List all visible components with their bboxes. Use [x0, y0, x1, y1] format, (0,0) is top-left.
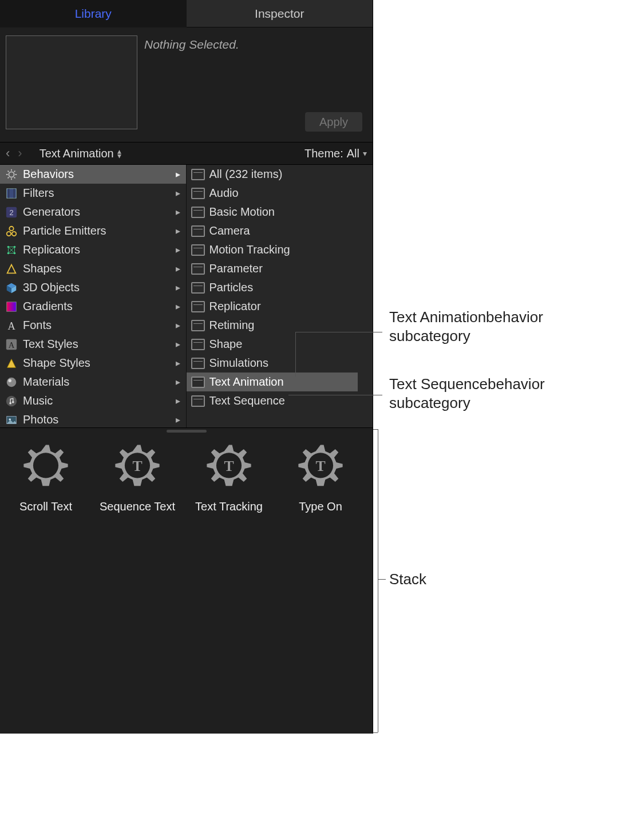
- svg-text:T: T: [315, 458, 325, 474]
- gear-t-icon: T: [294, 442, 347, 494]
- subcategory-label: Camera: [209, 224, 369, 237]
- cube-icon: [5, 281, 18, 295]
- folder-icon: [191, 244, 205, 256]
- chevron-right-icon: ▸: [176, 263, 180, 274]
- annotation-bracket: [373, 429, 378, 430]
- chevron-right-icon: ▸: [176, 414, 180, 425]
- chevron-right-icon: ▸: [176, 320, 180, 331]
- subcategory-label: Replicator: [209, 300, 369, 313]
- category-label: Text Styles: [23, 338, 181, 351]
- category-row[interactable]: Replicators▸: [0, 240, 186, 259]
- panel-tabs: Library Inspector: [0, 0, 373, 27]
- stack-item[interactable]: T Text Tracking: [183, 442, 275, 513]
- svg-point-0: [9, 172, 14, 177]
- stack-item[interactable]: T Type On: [275, 442, 366, 513]
- music-icon: [5, 394, 18, 408]
- chevron-right-icon: ▸: [176, 207, 180, 217]
- subcategory-row[interactable]: Particles: [187, 278, 373, 297]
- category-row[interactable]: 3D Objects▸: [0, 278, 186, 297]
- svg-point-19: [6, 395, 17, 406]
- font-a-icon: A: [5, 319, 18, 332]
- shapes-icon: [5, 262, 18, 276]
- folder-icon: [191, 282, 205, 294]
- subcategory-row[interactable]: Motion Tracking: [187, 240, 373, 259]
- subcategory-row[interactable]: Text Sequence: [187, 391, 373, 410]
- replicator-icon: [5, 243, 18, 257]
- shapestyle-icon: [5, 356, 18, 370]
- svg-rect-13: [7, 302, 17, 311]
- category-label: Shape Styles: [23, 356, 181, 370]
- subcategory-column: All (232 items)AudioBasic MotionCameraMo…: [187, 165, 373, 427]
- subcategory-row[interactable]: Simulations: [187, 354, 373, 373]
- folder-icon: [191, 225, 205, 237]
- category-row[interactable]: Shapes▸: [0, 259, 186, 278]
- apply-button[interactable]: Apply: [305, 112, 362, 132]
- forward-button[interactable]: ›: [18, 146, 22, 161]
- subcategory-row[interactable]: Basic Motion: [187, 203, 373, 221]
- stack-item[interactable]: Scroll Text: [0, 442, 92, 513]
- gear-t-icon: T: [203, 442, 255, 494]
- subcategory-row[interactable]: Shape: [187, 335, 373, 354]
- category-row[interactable]: Behaviors▸: [0, 165, 186, 184]
- folder-icon: [191, 301, 205, 312]
- subcategory-row[interactable]: Replicator: [187, 297, 373, 316]
- subcategory-row[interactable]: All (232 items): [187, 165, 373, 184]
- category-label: Behaviors: [23, 168, 181, 181]
- theme-selector[interactable]: Theme: All ▾: [304, 147, 367, 160]
- chevron-right-icon: ▸: [176, 395, 180, 406]
- stack-item-label: Scroll Text: [19, 500, 72, 513]
- subcategory-label: Shape: [209, 338, 369, 351]
- generator-icon: 2: [5, 205, 18, 219]
- folder-icon: [191, 263, 205, 275]
- folder-icon: [191, 207, 205, 218]
- svg-point-6: [9, 226, 13, 230]
- category-label: Shapes: [23, 262, 181, 275]
- annotation-leader: [288, 395, 382, 395]
- category-row[interactable]: Photos▸: [0, 410, 186, 427]
- path-bar: ‹ › Text Animation ▴▾ Theme: All ▾: [0, 142, 373, 165]
- tab-inspector[interactable]: Inspector: [187, 0, 373, 27]
- category-row[interactable]: Materials▸: [0, 373, 186, 391]
- svg-text:2: 2: [9, 208, 13, 216]
- annotation-text-1: Text Animationbehavior subcategory: [389, 308, 621, 345]
- subcategory-label: Audio: [209, 187, 369, 200]
- category-row[interactable]: AText Styles▸: [0, 335, 186, 354]
- subcategory-label: Text Sequence: [209, 394, 369, 407]
- category-label: Gradients: [23, 300, 181, 313]
- back-button[interactable]: ‹: [6, 146, 10, 161]
- category-column: Behaviors▸Filters▸2Generators▸Particle E…: [0, 165, 187, 427]
- breadcrumb[interactable]: Text Animation ▴▾: [39, 147, 121, 160]
- category-row[interactable]: Music▸: [0, 391, 186, 410]
- category-label: Replicators: [23, 243, 181, 256]
- stack-item[interactable]: T Sequence Text: [92, 442, 183, 513]
- tab-library[interactable]: Library: [0, 0, 187, 27]
- subcategory-label: Motion Tracking: [209, 243, 369, 256]
- svg-text:A: A: [9, 340, 15, 349]
- category-label: 3D Objects: [23, 281, 181, 294]
- stepper-icon: ▴▾: [117, 149, 121, 158]
- category-row[interactable]: Filters▸: [0, 184, 186, 203]
- subcategory-row[interactable]: Audio: [187, 184, 373, 203]
- material-icon: [5, 375, 18, 389]
- gear-t-icon: T: [111, 442, 164, 494]
- library-panel: Library Inspector Nothing Selected. Appl…: [0, 0, 373, 734]
- chevron-right-icon: ▸: [176, 169, 180, 180]
- category-row[interactable]: AFonts▸: [0, 316, 186, 335]
- subcategory-row[interactable]: Parameter: [187, 259, 373, 278]
- resize-grip[interactable]: [0, 428, 373, 434]
- category-row[interactable]: Shape Styles▸: [0, 354, 186, 373]
- category-row[interactable]: Gradients▸: [0, 297, 186, 316]
- stack-item-label: Text Tracking: [195, 500, 263, 513]
- subcategory-label: Retiming: [209, 319, 369, 332]
- folder-icon: [191, 339, 205, 350]
- subcategory-row[interactable]: Text Animation: [187, 373, 358, 391]
- theme-value: All: [347, 147, 359, 160]
- category-row[interactable]: 2Generators▸: [0, 203, 186, 221]
- svg-point-17: [7, 377, 17, 387]
- subcategory-row[interactable]: Camera: [187, 221, 373, 240]
- annotation-text-3: Stack: [389, 570, 426, 589]
- category-label: Materials: [23, 375, 181, 389]
- subcategory-label: Particles: [209, 281, 369, 294]
- category-row[interactable]: Particle Emitters▸: [0, 221, 186, 240]
- svg-text:T: T: [224, 458, 234, 474]
